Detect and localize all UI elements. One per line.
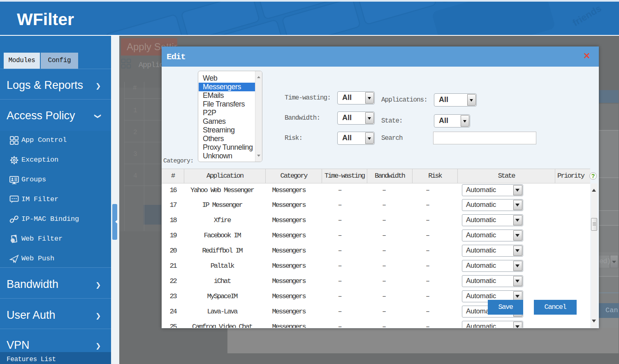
svg-text:friends: friends: [570, 3, 603, 28]
